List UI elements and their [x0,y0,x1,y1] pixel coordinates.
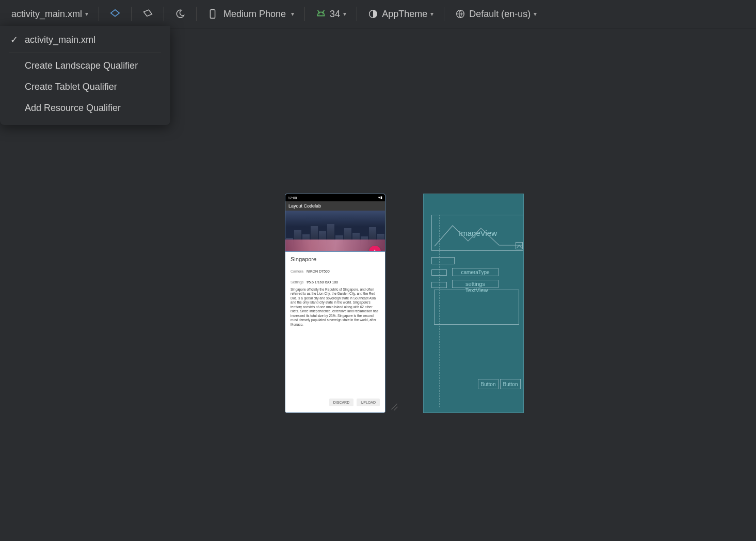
menu-item-add-resource[interactable]: Add Resource Qualifier [0,98,170,119]
theme-icon [367,8,379,20]
separator [131,7,132,21]
design-mode-button[interactable] [104,5,126,23]
chevron-down-icon: ▾ [85,10,88,18]
bp-button1[interactable]: Button [478,379,498,389]
menu-separator [9,53,161,53]
chevron-down-icon: ▾ [430,10,433,18]
theme-label: AppTheme [382,9,427,20]
design-toolbar: activity_main.xml ▾ Medium Phone ▾ 34 ▾ … [0,0,756,28]
app-title: Layout Codelab [288,203,321,209]
theme-selector[interactable]: AppTheme ▾ [362,5,439,23]
hero-image [285,211,385,251]
menu-label: Create Landscape Qualifier [25,60,138,71]
separator [304,7,305,21]
menu-label: Create Tablet Qualifier [25,82,117,92]
status-icons: ▾▮ [378,196,382,200]
bp-imageview[interactable]: ImageView [431,215,524,251]
device-selector[interactable]: Medium Phone ▾ [202,5,299,23]
camera-value: NIKON D7500 [307,269,330,273]
menu-label: Add Resource Qualifier [25,103,121,114]
settings-label: Settings [291,280,303,284]
menu-label: activity_main.xml [25,35,95,45]
discard-button[interactable]: DISCARD [329,399,354,406]
bp-label: Button [481,381,496,387]
camera-label: Camera [291,269,303,273]
bp-label: Button [503,381,518,387]
bp-label: TextView [465,287,488,293]
heading: Singapore [291,256,380,262]
file-selector[interactable]: activity_main.xml ▾ [6,6,93,23]
blueprint-surface[interactable]: ImageView cameraType settings TextView B… [423,194,524,413]
description-text: Singapore officially the Republic of Sin… [291,288,380,327]
rotate-icon [142,8,153,20]
separator [164,7,164,21]
bp-inner-box [516,242,523,249]
bp-label: settings [465,281,485,287]
api-selector[interactable]: 34 ▾ [310,5,351,23]
svg-rect-0 [210,10,215,19]
upload-button[interactable]: UPLOAD [357,399,380,406]
bp-textview[interactable]: TextView [434,290,519,325]
api-label: 34 [330,9,340,20]
design-surface[interactable]: 12:00 ▾▮ Layout Codelab ★ Singapore Came… [285,194,385,413]
phone-icon [207,8,218,20]
mountain-icon [432,215,524,250]
status-bar: 12:00 ▾▮ [285,194,385,201]
file-dropdown-menu: ✓ activity_main.xml Create Landscape Qua… [0,26,170,125]
bp-label-box[interactable] [431,269,447,276]
menu-item-create-tablet[interactable]: Create Tablet Qualifier [0,76,170,98]
globe-icon [455,8,466,20]
bp-label-box[interactable] [431,257,455,264]
bp-label: cameraType [461,269,489,275]
separator [444,7,444,21]
content-area: Singapore Camera NIKON D7500 Settings f/… [285,251,385,412]
orientation-button[interactable] [137,5,158,23]
chevron-down-icon: ▾ [343,10,346,18]
locale-selector[interactable]: Default (en-us) ▾ [449,5,542,23]
resize-handle[interactable] [387,399,401,413]
android-icon [315,8,327,20]
chevron-down-icon: ▾ [534,10,537,18]
bp-button2[interactable]: Button [500,379,521,389]
separator [99,7,99,21]
design-layers-icon [109,8,121,20]
device-label: Medium Phone [223,9,286,20]
moon-icon [174,8,186,20]
app-bar: Layout Codelab [285,201,385,211]
bp-cameratype[interactable]: cameraType [452,268,498,276]
svg-point-1 [319,13,320,14]
svg-point-2 [322,13,323,14]
locale-label: Default (en-us) [469,9,530,20]
menu-item-current-file[interactable]: ✓ activity_main.xml [0,29,170,51]
status-time: 12:00 [288,196,297,200]
bp-label-box[interactable] [431,282,447,288]
menu-item-create-landscape[interactable]: Create Landscape Qualifier [0,55,170,76]
separator [196,7,197,21]
chevron-down-icon: ▾ [291,10,294,18]
separator [357,7,357,21]
settings-value: f/5.6 1/160 ISO 100 [307,280,338,284]
night-mode-button[interactable] [169,5,191,23]
check-icon: ✓ [9,34,19,45]
file-name-label: activity_main.xml [11,9,82,20]
